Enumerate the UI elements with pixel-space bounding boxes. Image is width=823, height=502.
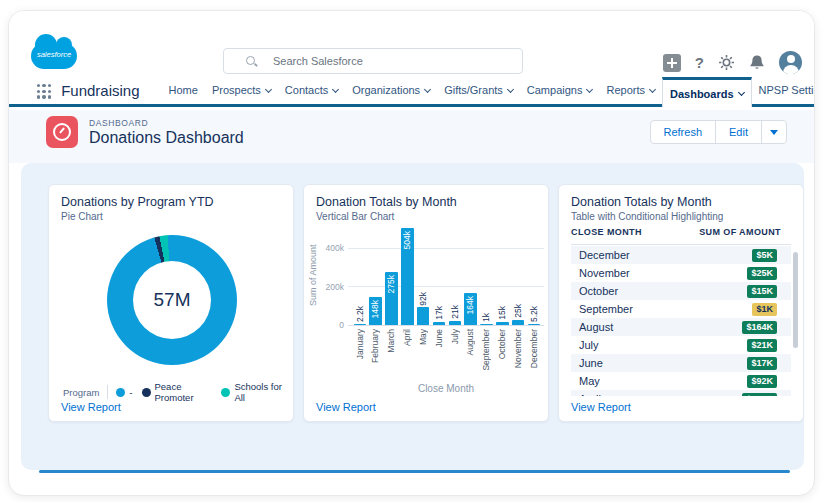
card-subtitle: Vertical Bar Chart [316,211,394,222]
amount-badge: $25K [747,267,777,280]
cell-close-month: April [579,393,601,396]
nav-tabs: HomeProspectsContactsOrganizationsGifts/… [162,77,815,104]
chevron-down-icon [507,85,514,92]
gridline [348,286,544,287]
cell-close-month: December [579,249,630,261]
table-row: June$17K [571,354,791,372]
search-icon [246,56,257,67]
tab-label: Home [169,77,198,104]
legend-dot [221,388,230,397]
amount-badge: $504K [742,393,777,397]
more-actions-button[interactable] [761,120,787,144]
user-avatar[interactable] [779,51,802,74]
app-nav: Fundraising HomeProspectsContactsOrganiz… [9,77,814,107]
bar-december[interactable] [528,324,541,325]
view-report-link[interactable]: View Report [571,401,631,413]
header-icon-bar: ? [663,51,802,74]
global-header: salesforce ? [9,11,814,77]
add-icon[interactable] [663,54,681,72]
table-row: August$164K [571,318,791,336]
x-tick-label: February [370,329,381,363]
tab-npsp-settings[interactable]: NPSP Settings [752,77,815,104]
bar-value-label: 275k [386,275,397,293]
scrollbar-thumb[interactable] [793,252,798,348]
pie-legend: Program -Peace PromoterSchools for All [63,381,285,403]
y-tick-label: 200k [314,282,344,292]
tab-contacts[interactable]: Contacts [278,77,345,104]
card-donation-totals-table: Donation Totals by Month Table with Cond… [558,184,804,422]
cell-close-month: July [579,339,599,351]
tab-organizations[interactable]: Organizations [345,77,437,104]
cell-close-month: October [579,285,618,297]
help-icon[interactable]: ? [695,54,704,72]
tab-prospects[interactable]: Prospects [205,77,278,104]
tab-label: Campaigns [527,77,583,104]
x-tick-label: March [386,329,397,353]
table-row: July$21K [571,336,791,354]
setup-gear-icon[interactable] [718,54,735,71]
amount-badge: $1K [752,303,777,316]
bar-july[interactable] [449,321,462,325]
bar-october[interactable] [496,322,509,325]
tab-dashboards[interactable]: Dashboards [662,77,752,107]
bar-may[interactable] [417,307,430,325]
legend-title: Program [63,387,99,398]
x-tick-label: October [497,329,508,359]
donut-center: 57M [133,261,211,339]
card-title: Donation Totals by Month [571,195,712,209]
donut-chart[interactable]: 57M [107,235,237,365]
x-tick-label: August [465,329,476,355]
tab-reports[interactable]: Reports [599,77,662,104]
table-row: December$5K [571,246,791,264]
global-search[interactable] [223,48,523,74]
view-report-link[interactable]: View Report [316,401,376,413]
chevron-down-icon [332,85,339,92]
legend-dot [142,388,151,397]
tab-home[interactable]: Home [162,77,205,104]
app-window: salesforce ? Fundraising [8,10,815,496]
tab-label: Gifts/Grants [444,77,503,104]
bar-november[interactable] [512,320,525,325]
tab-campaigns[interactable]: Campaigns [520,77,600,104]
table-scrollbar [793,246,799,396]
donut-total: 57M [154,289,191,311]
card-title: Donation Totals by Month [316,195,457,209]
y-tick-label: 400k [314,243,344,253]
tab-label: Prospects [212,77,261,104]
search-input[interactable] [273,55,522,67]
x-tick-label: May [418,329,429,345]
refresh-button[interactable]: Refresh [650,120,717,144]
chevron-down-icon [738,88,745,95]
pie-legend-items: -Peace PromoterSchools for All [116,381,285,403]
tab-label: Reports [606,77,645,104]
x-tick-label: January [355,329,366,359]
page-title: Donations Dashboard [89,129,244,147]
x-tick-label: April [402,329,413,346]
table-row: October$15K [571,282,791,300]
tab-gifts-grants[interactable]: Gifts/Grants [437,77,520,104]
bar-june[interactable] [433,322,446,325]
page-header: DASHBOARD Donations Dashboard Refresh Ed… [9,110,814,163]
bar-value-label: 504k [402,231,413,249]
tab-label: NPSP Settings [759,77,815,104]
bar-january[interactable] [354,324,367,325]
edit-button[interactable]: Edit [715,120,762,144]
bar-september[interactable] [480,324,493,325]
app-launcher-icon[interactable] [37,84,51,99]
page-eyebrow: DASHBOARD [89,118,148,128]
table-row: April$504K [571,390,791,396]
bar-value-label: 1k [481,313,492,322]
table-row: May$92K [571,372,791,390]
legend-label: - [129,387,132,398]
tab-label: Contacts [285,77,328,104]
legend-item: Schools for All [221,381,285,403]
chevron-down-icon [649,85,656,92]
notifications-bell-icon[interactable] [749,54,765,71]
legend-label: Schools for All [234,381,285,403]
cell-close-month: June [579,357,603,369]
column-close-month: CLOSE MONTH [571,227,642,244]
salesforce-logo-text: salesforce [31,50,77,59]
chevron-down-icon [424,85,431,92]
view-report-link[interactable]: View Report [61,401,121,413]
amount-badge: $92K [747,375,777,388]
